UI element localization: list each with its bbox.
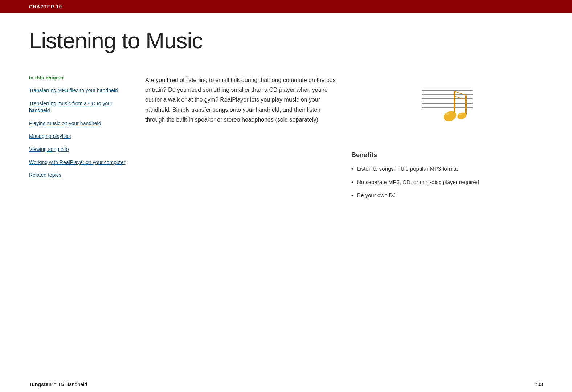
svg-rect-3 <box>422 103 473 104</box>
svg-rect-0 <box>422 90 473 91</box>
in-this-chapter-label: In this chapter <box>29 75 131 81</box>
sidebar-link-transferring-cd[interactable]: Transferring music from a CD to your han… <box>29 100 131 114</box>
svg-rect-4 <box>422 107 473 108</box>
benefits-list: Listen to songs in the popular MP3 forma… <box>351 165 479 200</box>
benefits-title: Benefits <box>351 151 479 159</box>
sidebar-link-working-realplayer[interactable]: Working with RealPlayer on your computer <box>29 159 131 166</box>
right-column: Benefits Listen to songs in the popular … <box>351 75 543 205</box>
main-content: Listening to Music In this chapter Trans… <box>0 28 572 205</box>
footer-brand: Tungsten™ T5 Handheld <box>29 381 87 387</box>
footer-brand-suffix: Handheld <box>64 381 87 387</box>
footer-page-number: 203 <box>535 381 543 387</box>
footer-brand-name: Tungsten™ T5 <box>29 381 64 387</box>
header-bar: CHAPTER 10 <box>0 0 572 13</box>
sidebar-link-viewing-song-info[interactable]: Viewing song info <box>29 146 131 153</box>
music-icon-wrapper <box>411 75 483 140</box>
chapter-label: CHAPTER 10 <box>29 4 62 9</box>
sidebar: In this chapter Transferring MP3 files t… <box>29 75 131 205</box>
benefit-item-2: No separate MP3, CD, or mini-disc player… <box>351 178 479 187</box>
footer: Tungsten™ T5 Handheld 203 <box>0 376 572 392</box>
benefits-section: Benefits Listen to songs in the popular … <box>351 151 479 205</box>
svg-rect-5 <box>454 91 455 115</box>
svg-rect-8 <box>465 95 467 115</box>
sidebar-link-managing-playlists[interactable]: Managing playlists <box>29 133 131 140</box>
content-grid: In this chapter Transferring MP3 files t… <box>29 75 543 205</box>
description-text: Are you tired of listening to small talk… <box>145 75 337 205</box>
benefit-item-3: Be your own DJ <box>351 191 479 200</box>
sidebar-link-transferring-mp3[interactable]: Transferring MP3 files to your handheld <box>29 87 131 94</box>
benefit-item-1: Listen to songs in the popular MP3 forma… <box>351 165 479 173</box>
sidebar-link-related-topics[interactable]: Related topics <box>29 172 131 179</box>
page-title: Listening to Music <box>29 28 543 53</box>
sidebar-link-playing-music[interactable]: Playing music on your handheld <box>29 120 131 127</box>
music-note-icon <box>414 79 480 137</box>
